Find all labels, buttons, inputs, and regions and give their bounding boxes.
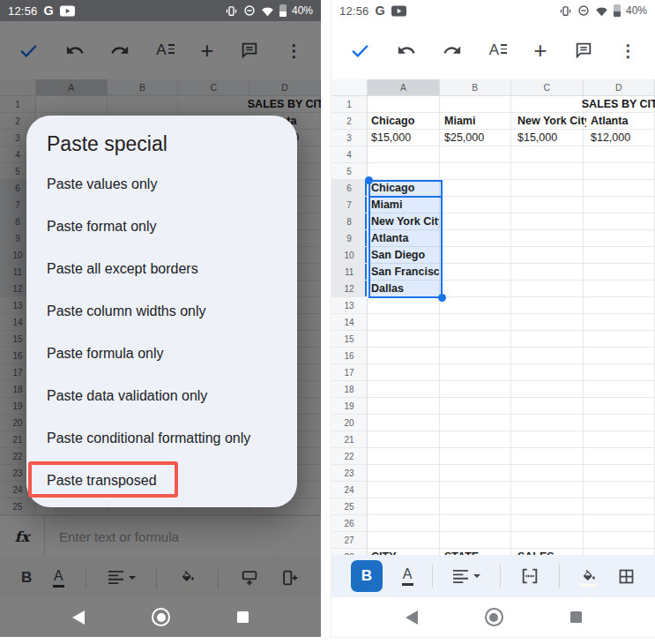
cell-B20[interactable]: [440, 415, 511, 431]
cell-B10[interactable]: [440, 247, 511, 264]
row-header-16[interactable]: 16: [331, 348, 368, 364]
cell-A13[interactable]: [368, 297, 439, 314]
cell-D15[interactable]: [584, 331, 655, 348]
cell-B25[interactable]: [440, 498, 511, 515]
menu-item-paste-all-except-borders[interactable]: Paste all except borders: [26, 248, 297, 290]
row-header-1[interactable]: 1: [331, 96, 368, 113]
cell-B17[interactable]: [440, 364, 511, 381]
cell-D16[interactable]: [584, 348, 655, 364]
cell-D26[interactable]: [584, 515, 655, 532]
bold-button-selected[interactable]: B: [351, 560, 383, 592]
cell-B8[interactable]: [440, 213, 511, 230]
cell-C1[interactable]: [511, 96, 583, 113]
cell-B12[interactable]: [440, 281, 511, 297]
cell-C5[interactable]: [511, 163, 583, 180]
cell-A23[interactable]: [368, 465, 439, 482]
selection-handle-top[interactable]: [365, 176, 373, 184]
cell-C12[interactable]: [511, 281, 583, 297]
column-header-C[interactable]: C: [511, 79, 583, 96]
cell-B21[interactable]: [440, 431, 511, 448]
row-header-28[interactable]: 28: [331, 549, 368, 555]
format-text-icon[interactable]: A: [489, 41, 507, 59]
cell-B14[interactable]: [440, 314, 511, 331]
undo-icon[interactable]: [397, 41, 416, 60]
cell-A20[interactable]: [368, 415, 439, 431]
row-header-11[interactable]: 11: [331, 264, 368, 281]
cell-D17[interactable]: [584, 364, 655, 381]
cell-C9[interactable]: [511, 230, 583, 247]
cell-A15[interactable]: [368, 331, 439, 348]
cell-B26[interactable]: [440, 515, 511, 532]
cell-B1[interactable]: [440, 96, 511, 113]
recents-icon[interactable]: [237, 611, 249, 623]
selection-handle-bottom[interactable]: [438, 294, 446, 302]
home-icon[interactable]: [485, 608, 503, 626]
cell-A22[interactable]: [368, 448, 439, 465]
cell-A5[interactable]: [368, 163, 439, 180]
cell-C11[interactable]: [511, 264, 583, 281]
row-header-27[interactable]: 27: [331, 532, 368, 549]
cell-D21[interactable]: [584, 431, 655, 448]
cell-B27[interactable]: [440, 532, 511, 549]
cell-C23[interactable]: [511, 465, 583, 482]
menu-item-paste-column-widths-only[interactable]: Paste column widths only: [26, 290, 297, 333]
row-header-6[interactable]: 6: [331, 180, 368, 197]
row-header-21[interactable]: 21: [331, 431, 368, 448]
overflow-menu-icon[interactable]: ⋮: [620, 41, 636, 61]
row-header-14[interactable]: 14: [331, 314, 368, 331]
row-header-24[interactable]: 24: [331, 482, 368, 498]
row-header-19[interactable]: 19: [331, 398, 368, 415]
row-header-23[interactable]: 23: [331, 465, 368, 482]
cell-C15[interactable]: [511, 331, 583, 348]
borders-button[interactable]: [617, 567, 636, 586]
cell-C18[interactable]: [511, 381, 583, 398]
cell-C20[interactable]: [511, 415, 583, 431]
cell-D8[interactable]: [584, 213, 655, 230]
cell-D27[interactable]: [584, 532, 655, 549]
row-header-22[interactable]: 22: [331, 448, 368, 465]
select-all-corner[interactable]: [331, 79, 368, 96]
cell-B16[interactable]: [440, 348, 511, 364]
home-icon[interactable]: [152, 608, 170, 626]
row-header-20[interactable]: 20: [331, 415, 368, 431]
cell-D12[interactable]: [584, 281, 655, 297]
cell-C24[interactable]: [511, 482, 583, 498]
cell-D6[interactable]: [584, 180, 655, 197]
cell-C4[interactable]: [511, 146, 583, 163]
cell-A4[interactable]: [368, 146, 439, 163]
menu-item-paste-conditional-formatting-only[interactable]: Paste conditional formatting only: [26, 417, 297, 460]
recents-icon[interactable]: [570, 611, 582, 623]
cell-C22[interactable]: [511, 448, 583, 465]
cell-C8[interactable]: [511, 213, 583, 230]
cell-A27[interactable]: [368, 532, 439, 549]
cell-A14[interactable]: [368, 314, 439, 331]
back-icon[interactable]: [406, 610, 418, 625]
cell-B19[interactable]: [440, 398, 511, 415]
cell-D25[interactable]: [584, 498, 655, 515]
cell-D9[interactable]: [584, 230, 655, 247]
cell-B9[interactable]: [440, 230, 511, 247]
cell-C13[interactable]: [511, 297, 583, 314]
cell-C7[interactable]: [511, 197, 583, 213]
cell-B13[interactable]: [440, 297, 511, 314]
row-header-4[interactable]: 4: [331, 146, 368, 163]
redo-icon[interactable]: [443, 41, 462, 60]
cell-C26[interactable]: [511, 515, 583, 532]
text-color-button[interactable]: A: [402, 566, 413, 586]
cell-D7[interactable]: [584, 197, 655, 213]
row-header-10[interactable]: 10: [331, 247, 368, 264]
cell-A19[interactable]: [368, 398, 439, 415]
cell-C10[interactable]: [511, 247, 583, 264]
cell-B24[interactable]: [440, 482, 511, 498]
cell-C19[interactable]: [511, 398, 583, 415]
cell-C27[interactable]: [511, 532, 583, 549]
row-header-8[interactable]: 8: [331, 213, 368, 230]
cell-C14[interactable]: [511, 314, 583, 331]
column-header-A[interactable]: A: [368, 79, 439, 96]
cell-B4[interactable]: [440, 146, 511, 163]
cell-B5[interactable]: [440, 163, 511, 180]
cell-D22[interactable]: [584, 448, 655, 465]
comment-icon[interactable]: [574, 41, 593, 60]
cell-D20[interactable]: [584, 415, 655, 431]
menu-item-paste-values-only[interactable]: Paste values only: [26, 163, 297, 206]
